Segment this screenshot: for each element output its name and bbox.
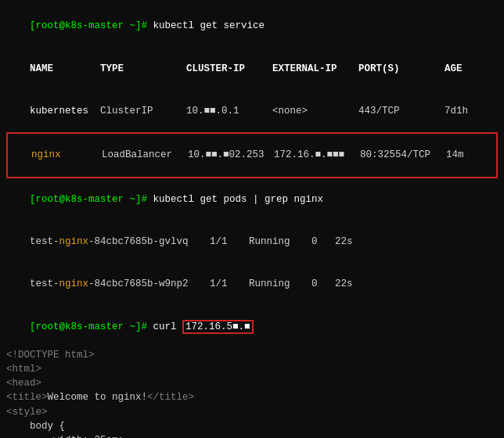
prompt-1: [root@k8s-master ~]# — [30, 20, 153, 31]
pod-row-2: test-nginx-84cbc7685b-w9np21/1Running022… — [6, 263, 498, 305]
html-doctype: <!DOCTYPE html> — [6, 348, 498, 362]
col-external-header: EXTERNAL-IP — [272, 62, 358, 76]
html-body-rule: body { — [6, 419, 498, 433]
svc-age-k8s: 7d1h — [445, 104, 468, 118]
pod1-ready: 1/1 — [210, 235, 249, 249]
command-2: kubectl get pods | grep nginx — [153, 194, 324, 205]
pod2-status: Running — [249, 277, 311, 291]
pod1-age: 22s — [335, 235, 353, 249]
svc-external-k8s: <none> — [272, 104, 358, 118]
command-3-curl: curl — [153, 321, 183, 332]
svc-type-nginx: LoadBalancer — [102, 148, 188, 162]
cmd-line-1: [root@k8s-master ~]# kubectl get service — [6, 5, 498, 47]
svc-type-k8s: ClusterIP — [100, 104, 186, 118]
html-head-open: <head> — [6, 376, 498, 390]
html-title: <title>Welcome to nginx!</title> — [6, 390, 498, 404]
col-name-header: NAME — [30, 62, 100, 76]
curl-ip: 172.16.5■.■ — [182, 320, 254, 334]
html-width: width: 35em; — [6, 433, 498, 438]
col-age-header: AGE — [445, 62, 463, 76]
svc-age-nginx: 14m — [446, 148, 464, 162]
pod1-restarts: 0 — [311, 235, 335, 249]
table-header: NAMETYPECLUSTER-IPEXTERNAL-IPPORT(S)AGE — [6, 47, 498, 89]
svc-cluster-nginx: 10.■■.■02.253 — [188, 148, 274, 162]
table-row-nginx: nginxLoadBalancer10.■■.■02.253172.16.■.■… — [6, 132, 498, 178]
svc-cluster-k8s: 10.■■.0.1 — [186, 104, 272, 118]
pod-row-1: test-nginx-84cbc7685b-gvlvq1/1Running022… — [6, 221, 498, 263]
cmd-line-3: [root@k8s-master ~]# curl 172.16.5■.■ — [6, 306, 498, 348]
pod1-status: Running — [249, 235, 311, 249]
command-1: kubectl get service — [153, 20, 265, 31]
col-cluster-header: CLUSTER-IP — [186, 62, 272, 76]
prompt-3: [root@k8s-master ~]# — [30, 321, 153, 332]
svc-ports-nginx: 80:32554/TCP — [360, 148, 446, 162]
svc-name-nginx: nginx — [31, 148, 102, 162]
col-type-header: TYPE — [100, 62, 186, 76]
html-open: <html> — [6, 362, 498, 376]
svc-external-nginx: 172.16.■.■■■ — [274, 148, 360, 162]
pod2-ready: 1/1 — [210, 277, 249, 291]
prompt-2: [root@k8s-master ~]# — [30, 194, 153, 205]
pod2-age: 22s — [335, 277, 353, 291]
cmd-line-2: [root@k8s-master ~]# kubectl get pods | … — [6, 178, 498, 221]
terminal: [root@k8s-master ~]# kubectl get service… — [6, 5, 498, 438]
table-row-kubernetes: kubernetesClusterIP10.■■.0.1<none>443/TC… — [6, 90, 498, 132]
html-style-open: <style> — [6, 405, 498, 419]
pod2-restarts: 0 — [311, 277, 335, 291]
pod1-name: test-nginx-84cbc7685b-gvlvq — [30, 235, 210, 249]
svc-name-k8s: kubernetes — [30, 104, 100, 118]
col-ports-header: PORT(S) — [358, 62, 445, 76]
svc-ports-k8s: 443/TCP — [358, 104, 445, 118]
pod2-name: test-nginx-84cbc7685b-w9np2 — [30, 277, 210, 291]
